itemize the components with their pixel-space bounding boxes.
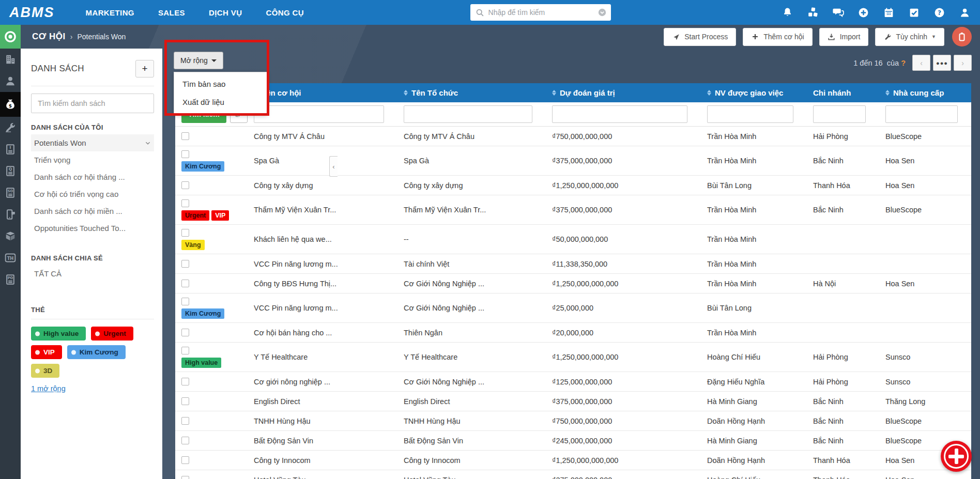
sales-order-doc-icon[interactable]: SO (0, 182, 21, 204)
table-row[interactable]: Hotel Vũng Tàu Hotel Vũng Tàu ₫375,000,0… (175, 470, 971, 479)
product-package-icon[interactable] (0, 225, 21, 247)
list-item[interactable]: Danh sách cơ hội miền ... (31, 203, 154, 220)
more-tags-link[interactable]: 1 mở rộng (31, 384, 66, 393)
row-checkbox[interactable] (181, 417, 189, 425)
battery-status-icon[interactable] (952, 27, 972, 47)
search-scope-chevron-icon[interactable] (598, 8, 607, 17)
list-search-input[interactable] (31, 94, 154, 113)
service-wrench-icon[interactable] (0, 117, 21, 138)
building-icon[interactable] (0, 49, 21, 70)
row-checkbox[interactable] (181, 437, 189, 444)
filter-input[interactable] (552, 105, 687, 123)
quote-doc-icon[interactable]: Q (0, 160, 21, 182)
table-row[interactable]: Cơ hội bán hàng cho ... Thiên Ngân ₫20,0… (175, 323, 971, 343)
row-checkbox[interactable] (181, 329, 189, 336)
menu-item-2[interactable]: DỊCH VỤ (209, 8, 242, 17)
row-checkbox[interactable] (181, 456, 189, 464)
bell-icon[interactable] (782, 7, 793, 18)
table-row[interactable]: Kim Cương VCC Pin năng lương m... Cơ Giớ… (175, 293, 971, 323)
column-header[interactable]: Nhà cung cấp (879, 88, 971, 97)
row-checkbox[interactable] (181, 280, 189, 287)
breadcrumb-module[interactable]: CƠ HỘI (32, 32, 66, 42)
page-options-button[interactable]: ●●● (933, 55, 951, 71)
menu-item-1[interactable]: SALES (158, 8, 185, 17)
chat-icon[interactable] (833, 7, 844, 18)
tag-chip[interactable]: 3D (31, 364, 59, 378)
filter-input[interactable] (707, 105, 793, 123)
column-header[interactable]: Tên Tổ chức (397, 88, 546, 97)
customize-button[interactable]: Tùy chỉnh ▼ (875, 28, 944, 46)
filter-input[interactable] (885, 105, 958, 123)
list-item[interactable]: Potentials Won (31, 134, 154, 151)
row-checkbox[interactable] (181, 229, 189, 237)
column-header[interactable]: Chi nhánh (807, 88, 879, 97)
table-row[interactable]: Công ty MTV Á Châu Công ty MTV Á Châu ₫7… (175, 127, 971, 146)
apps-icon[interactable] (807, 7, 819, 18)
tag-chip[interactable]: Kim Cương (67, 345, 126, 359)
add-circle-icon[interactable] (858, 7, 869, 18)
collapse-panel-tab[interactable]: ‹ (329, 156, 338, 177)
column-header[interactable]: Dự đoán giá trị (546, 88, 701, 97)
purchase-order-doc-icon[interactable]: PO (0, 269, 21, 290)
list-item[interactable]: Triển vọng (31, 151, 154, 168)
table-row[interactable]: Cơ giới nông nghiệp ... Cơ Giới Nông Ngh… (175, 372, 971, 392)
table-row[interactable]: Công ty BĐS Hưng Thị... Cơ Giới Nông Ngh… (175, 274, 971, 293)
prev-page-button[interactable]: ‹ (912, 55, 930, 71)
sms-phone-icon[interactable] (0, 204, 21, 225)
expand-menu-button[interactable]: Mở rộng (174, 52, 223, 69)
table-row[interactable]: VCC Pin năng lương m... Tài chính Việt ₫… (175, 254, 971, 274)
table-row[interactable]: TNHH Hùng Hậu TNHH Hùng Hậu ₫750,000,000… (175, 411, 971, 431)
opportunity-moneybag-icon[interactable]: $ (0, 92, 21, 117)
column-header[interactable]: NV được giao việc (701, 88, 807, 97)
table-row[interactable]: Vàng Khách liên hệ qua we... -- ₫50,000,… (175, 225, 971, 254)
cell-forecast-value: ₫750,000,000,000 (546, 411, 701, 430)
tag-chip[interactable]: High value (31, 327, 86, 341)
row-checkbox[interactable] (181, 260, 189, 268)
add-opportunity-button[interactable]: Thêm cơ hội (743, 28, 812, 46)
table-row[interactable]: Bất Động Sản Vin Bất Động Sản Vin ₫245,0… (175, 431, 971, 451)
menu-item-0[interactable]: MARKETING (86, 8, 134, 17)
row-checkbox[interactable] (181, 298, 189, 305)
row-checkbox[interactable] (181, 132, 189, 140)
user-icon[interactable] (959, 7, 971, 18)
list-item[interactable]: Danh sách cơ hội tháng ... (31, 168, 154, 186)
tag-chip[interactable]: Urgent (91, 327, 133, 341)
row-checkbox[interactable] (181, 199, 189, 207)
table-row[interactable]: UrgentVIP Thẩm Mỹ Viện Xuân Tr... Thẩm M… (175, 195, 971, 225)
row-checkbox[interactable] (181, 378, 189, 385)
filter-input[interactable] (254, 105, 384, 123)
help-icon[interactable]: ? (934, 7, 945, 18)
expand-menu-item[interactable]: Tìm bản sao (174, 75, 267, 93)
table-row[interactable]: Công ty xây dựng Công ty xây dựng ₫1,250… (175, 176, 971, 195)
list-item[interactable]: TẤT CẢ (31, 265, 154, 282)
start-process-button[interactable]: Start Process (664, 28, 736, 46)
global-search-input[interactable] (488, 8, 598, 17)
table-row[interactable]: English Direct English Direct ₫375,000,0… (175, 392, 971, 411)
row-checkbox[interactable] (181, 181, 189, 189)
import-button[interactable]: Import (819, 28, 869, 46)
menu-item-3[interactable]: CÔNG CỤ (266, 8, 304, 17)
column-header[interactable]: Tên cơ hội (248, 88, 397, 97)
calendar-icon[interactable] (883, 7, 895, 18)
list-item[interactable]: Oppotunities Touched To... (31, 220, 154, 237)
invoice-doc-icon[interactable]: I (0, 138, 21, 160)
th-module-icon[interactable]: TH (0, 247, 21, 269)
task-check-icon[interactable] (909, 7, 920, 18)
tag-chip[interactable]: VIP (31, 345, 62, 359)
add-list-button[interactable]: + (135, 60, 154, 78)
row-checkbox[interactable] (181, 150, 189, 158)
target-icon[interactable] (0, 25, 21, 49)
row-checkbox[interactable] (181, 347, 189, 354)
contacts-icon[interactable] (0, 70, 21, 92)
filter-input[interactable] (813, 105, 866, 123)
next-page-button[interactable]: › (954, 55, 972, 71)
list-item[interactable]: Cơ hội có triển vọng cao (31, 186, 154, 203)
table-row[interactable]: Kim Cương Spa Gà Spa Gà ₫375,000,000,000… (175, 146, 971, 176)
add-record-fab[interactable] (941, 441, 972, 472)
expand-menu-item[interactable]: Xuất dữ liệu (174, 93, 267, 111)
table-row[interactable]: Công ty Innocom Công ty Innocom ₫1,250,0… (175, 451, 971, 470)
row-checkbox[interactable] (181, 476, 189, 479)
filter-input[interactable] (404, 105, 532, 123)
table-row[interactable]: High value Y Tế Healthcare Y Tế Healthca… (175, 343, 971, 372)
row-checkbox[interactable] (181, 397, 189, 405)
